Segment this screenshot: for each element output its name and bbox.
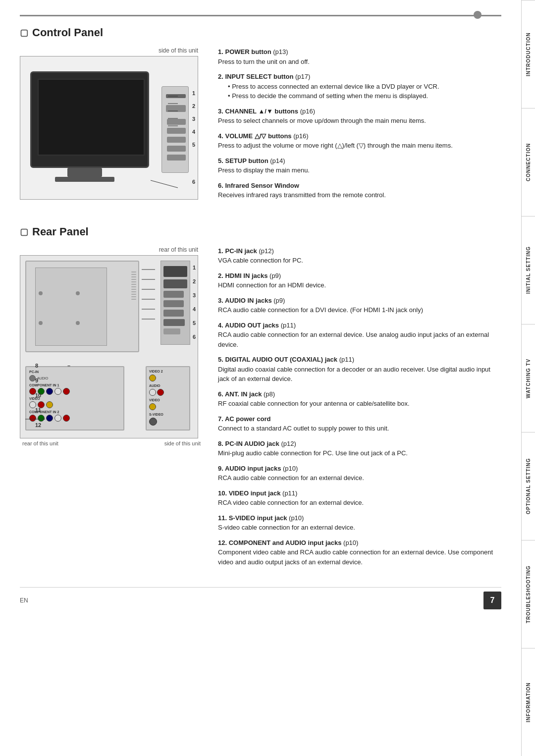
cp-image-label: side of this unit [20, 47, 203, 54]
rp-item-12: 12. COMPONENT and AUDIO input jacks (p10… [218, 538, 501, 567]
cp-item-5: 5. SETUP button (p14) Press to display t… [218, 156, 501, 175]
tv-side-panel [161, 86, 189, 173]
rp-item-7: 7. AC power cord Connect to a standard A… [218, 414, 501, 433]
rp-item-11: 11. S-VIDEO input jack (p10) S-video cab… [218, 513, 501, 533]
rp-bottom-numbers-left: 8 9 10 11 12 [35, 363, 41, 428]
cp-item-3: 3. CHANNEL ▲/▼ buttons (p16) Press to se… [218, 107, 501, 126]
sidebar-tab-optional-setting: OPTIONAL SETTING [522, 432, 535, 540]
svg-line-5 [151, 180, 178, 188]
rear-panel-title-icon: ▢ [20, 226, 28, 237]
sidebar-tab-initial-setting: INITIAL SETTING [522, 216, 535, 324]
rp-desc-area: 1. PC-IN jack (p12) VGA cable connection… [218, 246, 501, 573]
rear-panel-title-text: Rear Panel [32, 225, 89, 238]
tv-screen [38, 79, 145, 156]
rp-label-bottom-right: side of this unit [164, 440, 201, 446]
rp-item-4: 4. AUDIO OUT jacks (p11) RCA audio cable… [218, 321, 501, 350]
sidebar-tab-watching-tv: WATCHING TV [522, 324, 535, 432]
cp-num6-label: 6 [192, 178, 195, 185]
control-panel-section: side of this unit [20, 47, 501, 206]
control-panel-title-text: Control Panel [32, 26, 103, 39]
rear-panel-image-area: rear of this unit [20, 246, 203, 573]
cp-number-labels: 1 2 3 4 5 [192, 90, 195, 148]
cp-item-2: 2. INPUT SELECT button (p17) Press to ac… [218, 72, 501, 101]
rp-image-box: 1 2 3 4 5 6 7 [20, 255, 198, 438]
tv-stand [67, 168, 102, 177]
rp-image-label-top: rear of this unit [20, 246, 203, 253]
main-content: ▢ Control Panel side of this unit [0, 0, 521, 624]
rp-bottom-right-panel: VIDEO 2 AUDIO VIDEO S-VIDEO [146, 366, 190, 431]
page-number: 7 [483, 592, 501, 609]
rear-tv-main [25, 261, 139, 352]
rp-item-9: 9. AUDIO input jacks (p10) RCA audio cab… [218, 464, 501, 483]
top-circle [474, 11, 482, 19]
cp-item-4: 4. VOLUME △/▽ buttons (p16) Press to adj… [218, 131, 501, 151]
cp-item-6: 6. Infrared Sensor Window Receives infra… [218, 181, 501, 200]
control-panel-title-icon: ▢ [20, 27, 28, 38]
sidebar-tab-information: INFORMATION [522, 648, 535, 756]
side-connector-panel [160, 261, 190, 345]
top-line [20, 15, 501, 16]
rp-item-3: 3. AUDIO IN jacks (p9) RCA audio cable c… [218, 296, 501, 315]
rp-item-8: 8. PC-IN AUDIO jack (p12) Mini-plug audi… [218, 439, 501, 458]
footer-en: EN [20, 597, 28, 604]
tv-base [55, 177, 114, 182]
rp-item-2: 2. HDMI IN jacks (p9) HDMI connection fo… [218, 271, 501, 290]
cp-desc-area: 1. POWER button (p13) Press to turn the … [218, 47, 501, 206]
tv-body [30, 71, 149, 168]
sidebar-tab-connection: CONNECTION [522, 108, 535, 216]
page-footer: EN 7 [20, 587, 501, 609]
sidebar-tabs: INTRODUCTION CONNECTION INITIAL SETTING … [521, 0, 535, 756]
rp-image-labels-bottom: rear of this unit side of this unit [20, 440, 203, 446]
rp-item-6: 6. ANT. IN jack (p8) RF coaxial cable co… [218, 389, 501, 409]
rp-side-numbers: 1 2 3 4 5 6 [193, 265, 196, 340]
rear-tv-inner [35, 268, 107, 346]
rp-item-1: 1. PC-IN jack (p12) VGA cable connection… [218, 246, 501, 266]
rp-label-bottom-left: rear of this unit [22, 440, 58, 446]
rear-tv-vents [131, 271, 136, 343]
cp-image-box: 1 2 3 4 5 6 [20, 56, 198, 200]
control-panel-title: ▢ Control Panel [20, 26, 501, 39]
rp-item-5: 5. DIGITAL AUDIO OUT (COAXIAL) jack (p11… [218, 355, 501, 384]
sidebar-tab-introduction: INTRODUCTION [522, 0, 535, 108]
control-panel-image-area: side of this unit [20, 47, 203, 206]
cp-item-1: 1. POWER button (p13) Press to turn the … [218, 47, 501, 66]
rear-panel-section: rear of this unit [20, 246, 501, 573]
rear-panel-title: ▢ Rear Panel [20, 225, 501, 238]
sidebar-tab-troubleshooting: TROUBLESHOOTING [522, 540, 535, 648]
rp-item-10: 10. VIDEO input jack (p11) RCA video cab… [218, 488, 501, 508]
